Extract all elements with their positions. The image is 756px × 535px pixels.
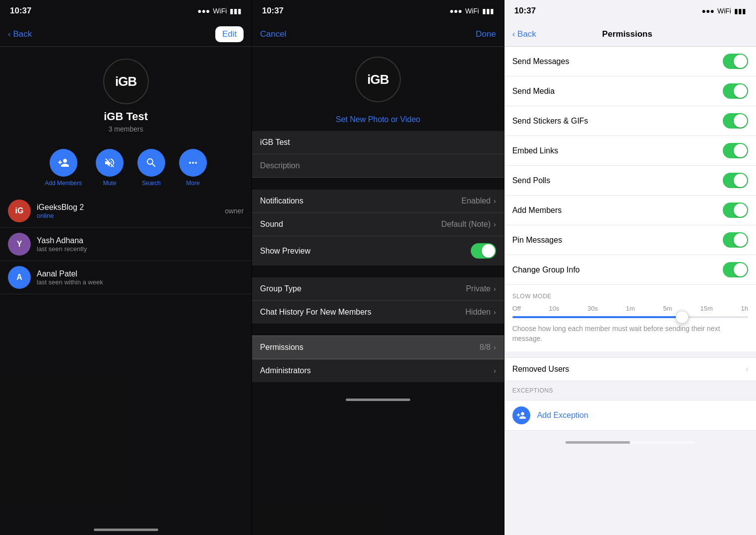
administrators-label: Administrators <box>260 366 311 375</box>
status-time-3: 10:37 <box>514 6 536 16</box>
member-status-2: last seen recently <box>37 245 244 253</box>
status-bar-1: 10:37 ●●● WiFi ▮▮▮ <box>0 0 252 22</box>
toggle-send-messages[interactable] <box>723 54 748 69</box>
edit-button-wrap: Edit <box>215 26 244 42</box>
chevron-icon-history: › <box>494 308 496 316</box>
slow-mode-slider[interactable] <box>512 316 748 318</box>
edit-profile-area: iGB Set New Photo or Video <box>252 47 504 131</box>
add-exception-row[interactable]: Add Exception <box>504 400 756 431</box>
profile-section: iGB iGB Test 3 members <box>0 47 252 141</box>
permissions-row[interactable]: Permissions 8/8 › <box>252 335 504 359</box>
perm-label-3: Send Stickers & GIFs <box>512 117 588 126</box>
slow-mode-section: SLOW MODE Off 10s 30s 1m 5m 15m 1h Choos… <box>504 284 756 351</box>
toggle-send-media[interactable] <box>723 83 748 99</box>
action-row: Add Members Mute Search More <box>0 141 252 195</box>
group-name-field[interactable]: iGB Test <box>252 131 504 154</box>
status-icons-1: ●●● WiFi ▮▮▮ <box>197 7 242 15</box>
removed-users-label: Removed Users <box>512 365 569 374</box>
perm-label-1: Send Messages <box>512 57 569 66</box>
toggle-polls[interactable] <box>723 173 748 188</box>
add-exception-icon <box>512 406 530 424</box>
toggle-change-info[interactable] <box>723 262 748 277</box>
member-avatar-3: A <box>8 266 31 289</box>
permissions-value: 8/8 › <box>480 343 496 352</box>
sound-value: Default (Note) › <box>441 220 496 229</box>
show-preview-toggle[interactable] <box>471 243 496 259</box>
more-icon <box>187 157 199 169</box>
member-info-3: Aanal Patel last seen within a week <box>37 269 244 286</box>
wifi-icon: WiFi <box>213 7 227 15</box>
notifications-value: Enabled › <box>461 197 496 205</box>
sound-row[interactable]: Sound Default (Note) › <box>252 213 504 236</box>
wifi-icon-3: WiFi <box>717 7 731 15</box>
member-role-1: owner <box>225 207 244 215</box>
toggle-embed-links[interactable] <box>723 143 748 158</box>
perm-stickers[interactable]: Send Stickers & GIFs <box>504 106 756 136</box>
slow-label-30s: 30s <box>587 305 598 312</box>
status-icons-2: ●●● WiFi ▮▮▮ <box>449 7 494 15</box>
member-item[interactable]: iG iGeeksBlog 2 online owner <box>0 195 252 228</box>
cancel-button[interactable]: Cancel <box>260 29 286 39</box>
members-list: iG iGeeksBlog 2 online owner Y Yash Adha… <box>0 195 252 518</box>
perm-send-media[interactable]: Send Media <box>504 76 756 106</box>
member-item[interactable]: A Aanal Patel last seen within a week <box>0 261 252 294</box>
notifications-row[interactable]: Notifications Enabled › <box>252 190 504 213</box>
slider-fill <box>512 316 682 318</box>
permissions-label: Permissions <box>260 343 303 352</box>
home-indicator-1 <box>0 518 252 535</box>
set-photo-button[interactable]: Set New Photo or Video <box>329 108 427 131</box>
member-name-2: Yash Adhana <box>37 236 244 245</box>
slider-thumb[interactable] <box>676 311 689 324</box>
group-type-row[interactable]: Group Type Private › <box>252 277 504 301</box>
removed-users-row[interactable]: Removed Users › <box>504 357 756 381</box>
perm-embed-links[interactable]: Embed Links <box>504 136 756 166</box>
nav-bar-1: Back Edit <box>0 22 252 47</box>
add-exception-label: Add Exception <box>537 411 588 420</box>
toggle-stickers[interactable] <box>723 113 748 129</box>
permissions-group: Permissions 8/8 › Administrators › <box>252 335 504 382</box>
perm-pin-messages[interactable]: Pin Messages <box>504 225 756 255</box>
group-type-label: Group Type <box>260 284 301 293</box>
administrators-value: › <box>494 367 496 375</box>
member-name-3: Aanal Patel <box>37 269 244 278</box>
administrators-row[interactable]: Administrators › <box>252 359 504 382</box>
action-mute[interactable]: Mute <box>96 149 124 187</box>
edit-group-avatar: iGB <box>355 57 401 102</box>
back-button-1[interactable]: Back <box>8 29 32 39</box>
back-button-3[interactable]: Back <box>512 29 536 39</box>
status-icons-3: ●●● WiFi ▮▮▮ <box>702 7 746 15</box>
member-item[interactable]: Y Yash Adhana last seen recently <box>0 228 252 261</box>
member-name-1: iGeeksBlog 2 <box>37 203 219 212</box>
perm-add-members[interactable]: Add Members <box>504 196 756 225</box>
home-indicator-3 <box>504 431 756 448</box>
battery-icon-3: ▮▮▮ <box>734 7 746 15</box>
perm-polls[interactable]: Send Polls <box>504 166 756 196</box>
panel-permissions: 10:37 ●●● WiFi ▮▮▮ Back Permissions Send… <box>504 0 756 535</box>
slow-mode-labels: Off 10s 30s 1m 5m 15m 1h <box>512 305 748 312</box>
edit-button[interactable]: Edit <box>222 29 237 39</box>
action-more[interactable]: More <box>179 149 207 187</box>
notifications-label: Notifications <box>260 197 303 205</box>
person-add-icon <box>516 410 526 420</box>
chevron-icon-admin: › <box>494 367 496 375</box>
toggle-pin-messages[interactable] <box>723 232 748 248</box>
slow-label-5m: 5m <box>663 305 672 312</box>
member-avatar-1: iG <box>8 200 31 222</box>
sound-val-text: Default (Note) <box>441 220 491 229</box>
battery-icon: ▮▮▮ <box>230 7 242 15</box>
member-status-1: online <box>37 212 219 219</box>
perm-change-info[interactable]: Change Group Info <box>504 255 756 284</box>
done-button[interactable]: Done <box>476 29 496 39</box>
chat-history-row[interactable]: Chat History For New Members Hidden › <box>252 301 504 324</box>
perm-send-messages[interactable]: Send Messages <box>504 47 756 76</box>
show-preview-row[interactable]: Show Preview <box>252 236 504 266</box>
chevron-icon-sound: › <box>494 220 496 228</box>
description-field[interactable]: Description <box>252 154 504 178</box>
group-logo: iGB <box>115 74 136 89</box>
action-add-members[interactable]: Add Members <box>45 149 82 187</box>
mute-icon <box>104 157 116 169</box>
toggle-add-members[interactable] <box>723 202 748 218</box>
action-search[interactable]: Search <box>137 149 165 187</box>
signal-icon-2: ●●● <box>449 7 462 15</box>
slow-mode-title: SLOW MODE <box>512 293 748 300</box>
